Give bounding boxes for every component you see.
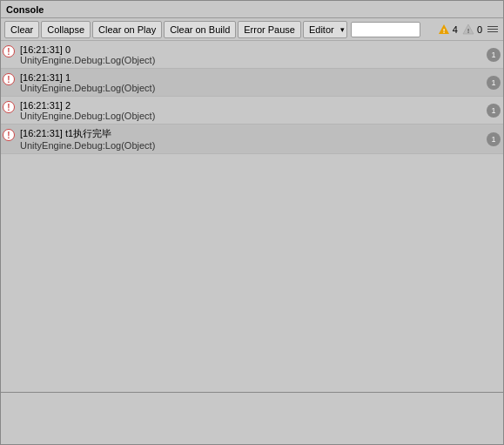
- error-count: 0: [477, 24, 482, 35]
- info-icon: !: [3, 129, 15, 141]
- info-icon: !: [3, 45, 15, 57]
- svg-text:!: !: [442, 27, 445, 35]
- collapse-button[interactable]: Collapse: [41, 21, 91, 38]
- svg-text:!: !: [467, 27, 470, 35]
- log-count-badge: 1: [487, 76, 501, 90]
- console-window: Console Clear Collapse Clear on Play Cle…: [0, 0, 504, 445]
- log-error-icon: !: [1, 69, 17, 96]
- status-icons: ! 4 ! 0: [437, 24, 500, 36]
- hamburger-menu-icon[interactable]: [487, 24, 500, 36]
- clear-on-play-button[interactable]: Clear on Play: [92, 21, 162, 38]
- log-count-badge: 1: [487, 104, 501, 118]
- table-row[interactable]: ![16:21:31] 0UnityEngine.Debug:Log(Objec…: [1, 41, 503, 69]
- search-input[interactable]: [351, 22, 420, 37]
- log-line1: [16:21:31] t1执行完毕: [20, 127, 480, 140]
- log-line1: [16:21:31] 0: [20, 44, 480, 55]
- clear-on-build-button[interactable]: Clear on Build: [164, 21, 236, 38]
- toolbar: Clear Collapse Clear on Play Clear on Bu…: [1, 18, 503, 41]
- title-bar: Console: [1, 1, 503, 18]
- log-line2: UnityEngine.Debug:Log(Object): [20, 111, 480, 121]
- log-line2: UnityEngine.Debug:Log(Object): [20, 55, 480, 65]
- log-error-icon: !: [1, 125, 17, 153]
- info-icon: !: [3, 101, 15, 113]
- window-title: Console: [6, 4, 44, 15]
- clear-button[interactable]: Clear: [4, 21, 39, 38]
- error-icon: !: [461, 24, 475, 36]
- log-count-badge: 1: [487, 48, 501, 62]
- error-badge[interactable]: ! 0: [461, 24, 482, 36]
- editor-dropdown[interactable]: Editor: [303, 21, 347, 38]
- info-icon: !: [3, 73, 15, 85]
- warning-badge[interactable]: ! 4: [437, 24, 458, 36]
- editor-dropdown-wrapper: Editor: [303, 21, 347, 38]
- console-log-area: ![16:21:31] 0UnityEngine.Debug:Log(Objec…: [1, 41, 503, 392]
- warning-icon: !: [437, 24, 451, 36]
- log-line1: [16:21:31] 2: [20, 100, 480, 111]
- table-row[interactable]: ![16:21:31] t1执行完毕UnityEngine.Debug:Log(…: [1, 125, 503, 154]
- error-pause-button[interactable]: Error Pause: [238, 21, 301, 38]
- log-error-icon: !: [1, 97, 17, 124]
- log-line2: UnityEngine.Debug:Log(Object): [20, 140, 480, 151]
- log-line2: UnityEngine.Debug:Log(Object): [20, 83, 480, 93]
- log-count-badge: 1: [487, 132, 501, 146]
- log-error-icon: !: [1, 41, 17, 68]
- table-row[interactable]: ![16:21:31] 1UnityEngine.Debug:Log(Objec…: [1, 69, 503, 97]
- bottom-panel: [1, 392, 503, 444]
- warning-count: 4: [453, 24, 458, 35]
- table-row[interactable]: ![16:21:31] 2UnityEngine.Debug:Log(Objec…: [1, 97, 503, 125]
- log-line1: [16:21:31] 1: [20, 72, 480, 83]
